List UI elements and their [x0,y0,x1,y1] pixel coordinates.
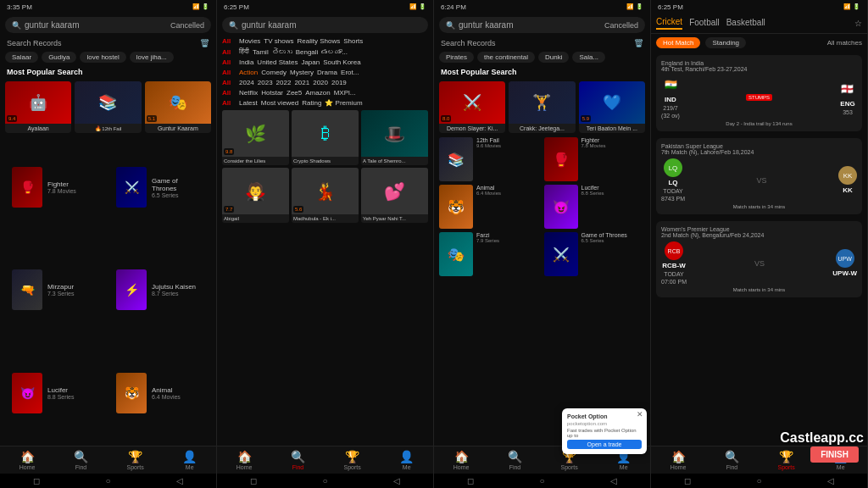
list-lucifer[interactable]: 😈 Lucifer 8.8 Series [5,343,107,443]
nav-me-1[interactable]: 👤 Me [182,450,197,470]
grid-consider[interactable]: 🌿 9.8 Consider the Lilies [222,110,289,165]
jjk-meta: 8.7 Series [152,291,204,297]
result-got[interactable]: ⚔️ Game of Thrones 6.5 Series [544,232,646,276]
movie-crakk[interactable]: 🏋️ Crakk: Jeetega... [509,81,575,133]
result-lucifer-thumb: 😈 [544,185,578,229]
movie-12thfail[interactable]: 📚 🔥 12th Fail [75,81,141,133]
filter-row-6: All Latest Most viewed Rating ⭐ Premium [217,98,433,108]
nav-home-4[interactable]: 🏠Home [670,450,687,470]
result-animal[interactable]: 🐯 Animal 6.4 Movies [439,185,541,229]
tag-love-hostel[interactable]: love hostel [80,52,125,63]
hot-match-btn[interactable]: Hot Match [656,37,700,48]
grid-yehpyaar[interactable]: 💕 Yeh Pyaar Nahi T... [361,168,428,223]
result-lucifer[interactable]: 😈 Lucifer 8.8 Series [544,185,646,229]
kk-name: KK [843,186,853,194]
find-icon-2: 🔍 [291,450,305,463]
tag-continental[interactable]: the continental [477,52,535,63]
delete-icon-3[interactable]: 🗑️ [634,39,643,47]
star-icon[interactable]: ☆ [854,19,862,28]
grid-crypto[interactable]: ₿ Crypto Shadows [292,110,359,165]
list-fighter[interactable]: 🥊 Fighter 7.8 Movies [5,137,107,237]
nav-find-3[interactable]: 🔍Find [508,450,522,470]
jjk-info: Jujutsu Kaisen 8.7 Series [152,283,204,297]
tab-cricket[interactable]: Cricket [656,17,682,30]
result-fighter[interactable]: 🥊 Fighter 7.8 Movies [544,137,646,181]
recent-btn-3[interactable]: ◁ [610,476,617,485]
cancel-button-3[interactable]: Cancelled [604,21,638,30]
recent-btn-1[interactable]: ◁ [176,476,183,485]
tab-football[interactable]: Football [689,18,720,29]
nav-find-2[interactable]: 🔍Find [291,450,305,470]
list-jjk[interactable]: ⚡ Jujutsu Kaisen 8.7 Series [109,240,211,340]
back-btn-3[interactable]: ◻ [467,476,474,485]
movie-ayalaan[interactable]: 🤖 9.4 Ayalaan [5,81,71,133]
back-btn-4[interactable]: ◻ [684,476,691,485]
panel-1: 3:35 PM 📶 🔋 🔍 Cancelled Search Records 🗑… [0,0,217,488]
nav-sports-2[interactable]: 🏆Sports [343,450,360,470]
ayalaan-label: Ayalaan [5,124,71,133]
ad-close-btn[interactable]: ✕ [637,410,643,419]
grid-shemro[interactable]: 🎩 A Tale of Shemro... [361,110,428,165]
list-animal[interactable]: 🐯 Animal 6.4 Movies [109,343,211,443]
search-input-2[interactable] [242,20,421,30]
back-btn-1[interactable]: ◻ [33,476,40,485]
home-btn-3[interactable]: ○ [539,476,544,485]
match-card-wpl[interactable]: Women's Premier League 2nd Match (N), Be… [656,221,862,297]
search-bar-1[interactable]: 🔍 Cancelled [5,17,211,33]
nav-home-2[interactable]: 🏠Home [236,450,253,470]
recent-btn-2[interactable]: ◁ [393,476,400,485]
back-btn-2[interactable]: ◻ [250,476,257,485]
list-mirzapur[interactable]: 🔫 Mirzapur 7.3 Series [5,240,107,340]
tag-gudiya[interactable]: Gudiya [42,52,76,63]
movie-demonslayer[interactable]: ⚔️ 8.0 Demon Slayer: Ki... [439,81,505,133]
nav-find-4[interactable]: 🔍Find [725,450,739,470]
tag-salaar[interactable]: Salaar [5,52,38,63]
ad-url: pocketoption.com [567,421,642,426]
sys-nav-4: ◻ ○ ◁ [651,474,867,488]
fighter-title: Fighter [47,180,100,188]
list-got[interactable]: ⚔️ Game of Thrones 6.5 Series [109,137,211,237]
eng-name: ENG [840,100,854,108]
tab-basketball[interactable]: Basketball [726,18,765,29]
rcbw-badge: RCB [665,241,683,260]
me-label-1: Me [186,464,194,470]
search-bar-2[interactable]: 🔍 [222,17,428,33]
search-input-1[interactable] [25,20,167,30]
search-input-3[interactable] [459,20,601,30]
tag-sala[interactable]: Sala... [572,52,605,63]
match-card-eng-ind[interactable]: England in India 4th Test, Ranchi/Feb 23… [656,55,862,131]
home-btn-4[interactable]: ○ [756,476,761,485]
movie-thumb-12thfail: 📚 [75,81,141,124]
nav-home-1[interactable]: 🏠 Home [19,450,36,470]
nav-sports-4[interactable]: 🏆Sports [777,450,794,470]
ad-open-trade-btn[interactable]: Open a trade [567,440,642,449]
nav-me-2[interactable]: 👤Me [399,450,414,470]
find-icon-3: 🔍 [508,450,522,463]
finish-button[interactable]: FINISH [810,446,859,463]
result-fighter-title: Fighter [581,137,646,143]
delete-icon-1[interactable]: 🗑️ [200,39,209,47]
tag-pirates[interactable]: Pirates [439,52,474,63]
result-12thfail[interactable]: 📚 12th Fail 9.6 Movies [439,137,541,181]
jjk-thumb: ⚡ [116,269,147,310]
nav-find-1[interactable]: 🔍 Find [74,450,88,470]
movie-guntur[interactable]: 🎭 5.1 Guntur Kaaram [145,81,211,133]
nav-home-3[interactable]: 🏠Home [453,450,470,470]
cancel-button-1[interactable]: Cancelled [170,21,204,30]
grid-madhubula[interactable]: 💃 5.6 Madhubula - Ek i... [292,168,359,223]
movie-teribaaton3[interactable]: 💙 5.9 Teri Baaton Mein ... [579,81,645,133]
result-farzi[interactable]: 🎭 Farzi 7.9 Series [439,232,541,276]
tag-love-jiha[interactable]: love jiha... [130,52,174,63]
home-btn-1[interactable]: ○ [105,476,110,485]
match-card-psl[interactable]: Pakistan Super League 7th Match (N), Lah… [656,138,862,214]
standing-btn[interactable]: Standing [705,37,746,48]
nav-sports-1[interactable]: 🏆 Sports [126,450,143,470]
all-matches-label[interactable]: All matches [827,39,862,47]
grid-abigail[interactable]: 🧛 7.7 Abigail [222,168,289,223]
tag-dunki[interactable]: Dunki [538,52,569,63]
search-results-3: 📚 12th Fail 9.6 Movies 🥊 Fighter 7.8 Mov… [434,135,650,279]
home-btn-2[interactable]: ○ [322,476,327,485]
search-bar-3[interactable]: 🔍 Cancelled [439,17,645,33]
recent-btn-4[interactable]: ◁ [827,476,834,485]
ayalaan-art: 🤖 [29,93,47,112]
